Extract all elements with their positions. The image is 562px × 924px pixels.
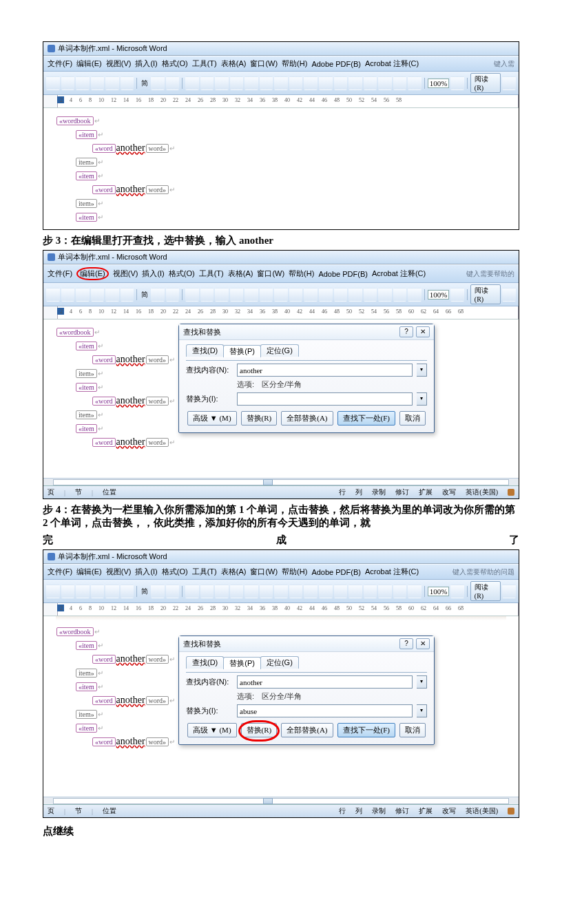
toolbar-button[interactable] [105,76,119,90]
toolbar-button[interactable] [200,76,214,90]
tag-wordbook: wordbook [63,117,91,125]
find-next-button[interactable]: 查找下一处(F) [337,411,395,426]
statusbar: 页| 节| 位置 行 列 录制修订扩展改写 英语(美国) [43,804,519,817]
toolbar-button[interactable] [274,76,288,90]
dropdown-icon[interactable]: ▾ [417,675,427,689]
toolbar-button[interactable] [46,76,60,90]
toolbar-button[interactable] [260,76,273,90]
cancel-button[interactable]: 取消 [399,723,426,737]
dialog-titlebar[interactable]: 查找和替换 ?✕ [179,636,434,652]
toolbar-button[interactable] [151,76,165,90]
toolbar-button[interactable] [408,76,422,90]
menu-window[interactable]: 窗口(W) [250,59,278,69]
tag-word-close: word [149,145,163,152]
find-replace-dialog[interactable]: 查找和替换 ?✕ 查找(D) 替换(P) 定位(G) 查找内容(N): anot… [178,636,435,745]
toolbar-button[interactable] [185,76,199,90]
menu-view[interactable]: 视图(V) [106,59,132,69]
tab-replace[interactable]: 替换(P) [223,657,261,669]
zoom-combo[interactable]: 100% [428,78,450,88]
tab-find[interactable]: 查找(D) [186,656,224,669]
menu-tools[interactable]: 工具(T) [192,59,217,69]
toolbar-button[interactable] [91,76,105,90]
titlebar: 单词本制作.xml - Microsoft Word [43,550,519,564]
menubar[interactable]: 文件(F) 编辑(E) 视图(V) 插入(I) 格式(O) 工具(T) 表格(A… [43,264,519,283]
menu-format[interactable]: 格式(O) [162,59,188,69]
document-area[interactable]: «wordbook↵ «item↵ «wordanotherword»↵ ite… [43,616,519,797]
menu-table[interactable]: 表格(A) [221,59,247,69]
find-input[interactable]: another [237,675,413,689]
close-icon[interactable]: ✕ [416,326,430,337]
toolbar-button[interactable] [289,76,303,90]
toolbar-button[interactable] [348,76,362,90]
ruler[interactable]: 2468101214161820222426283032343638404244… [43,306,519,319]
menubar[interactable]: 文件(F) 编辑(E) 视图(V) 插入(I) 格式(O) 工具(T) 表格(A… [43,56,519,72]
tag-item: item [82,131,94,138]
dropdown-icon[interactable]: ▾ [417,392,427,406]
toolbar-button[interactable] [166,76,180,90]
toolbar-button[interactable] [334,76,348,90]
tab-goto[interactable]: 定位(G) [260,344,299,357]
menu-help[interactable]: 帮助(H) [282,59,307,69]
ruler[interactable]: 2468101214161820222426283032343638404244… [43,603,519,616]
toolbar-button[interactable] [230,76,244,90]
cancel-button[interactable]: 取消 [399,411,426,426]
toolbar-button[interactable] [502,76,516,90]
toolbar: 简 100% 阅读(R) [43,580,519,603]
tab-goto[interactable]: 定位(G) [260,656,299,669]
toolbar-button[interactable] [393,76,407,90]
toolbar-button[interactable] [319,76,333,90]
replace-input[interactable]: abuse [237,704,413,717]
toolbar-button[interactable] [215,76,229,90]
help-icon[interactable]: ? [399,638,413,649]
separator [182,78,183,89]
toolbar-button[interactable] [244,76,258,90]
hscroll[interactable] [43,797,519,804]
document-area[interactable]: «wordbook↵ «item↵ «wordanotherword»↵ ite… [43,319,519,478]
menubar[interactable]: 文件(F) 编辑(E) 视图(V) 插入(I) 格式(O) 工具(T) 表格(A… [43,564,519,580]
replace-button[interactable]: 替换(R) [241,411,278,426]
menu-insert[interactable]: 插入(I) [135,59,157,69]
help-icon[interactable]: ? [399,326,413,337]
tag-word: word [98,145,113,152]
toolbar-button[interactable] [76,76,90,90]
step-3-text: 步 3：在编辑里打开查找，选中替换，输入 another [43,234,519,247]
menu-edit[interactable]: 编辑(E) [76,59,102,69]
toolbar-button[interactable] [304,76,318,90]
menu-edit-circled[interactable]: 编辑(E) [76,267,109,280]
ruler[interactable]: 2468101214161820222426283032343638404244… [43,95,519,108]
more-button[interactable]: 高级 ▼ (M) [187,723,237,737]
tab-find[interactable]: 查找(D) [186,344,224,357]
replace-all-button[interactable]: 全部替换(A) [281,411,333,426]
simple-btn[interactable]: 简 [140,78,149,88]
more-button[interactable]: 高级 ▼ (M) [187,411,237,426]
close-icon[interactable]: ✕ [416,638,430,649]
hscroll[interactable] [43,478,519,485]
separator [424,78,425,89]
replace-all-button[interactable]: 全部替换(A) [281,723,333,737]
menu-file[interactable]: 文件(F) [48,269,72,279]
replace-button-circled[interactable]: 替换(R) [241,723,278,737]
read-button[interactable]: 阅读(R) [470,73,501,93]
find-next-button[interactable]: 查找下一处(F) [337,723,395,737]
toolbar-button[interactable] [450,76,464,90]
replace-input[interactable] [237,392,413,406]
dialog-titlebar[interactable]: 查找和替换 ?✕ [179,324,434,340]
help-hint[interactable]: 键入需 [494,59,514,69]
toolbar-button[interactable] [378,76,392,90]
dialog-tabs: 查找(D) 替换(P) 定位(G) [186,344,427,357]
dropdown-icon[interactable]: ▾ [417,364,427,377]
tab-replace[interactable]: 替换(P) [223,345,261,357]
toolbar-button[interactable] [364,76,377,90]
tag-item-close: item [79,158,91,166]
menu-pdf[interactable]: Adobe PDF(B) [311,60,361,68]
dropdown-icon[interactable]: ▾ [417,704,427,717]
scroll-thumb[interactable] [263,479,273,485]
scroll-thumb[interactable] [263,798,273,804]
find-input[interactable]: another [237,364,413,377]
find-replace-dialog[interactable]: 查找和替换 ?✕ 查找(D) 替换(P) 定位(G) 查找内容(N): anot… [178,324,435,433]
menu-acrobat[interactable]: Acrobat 注释(C) [365,59,419,69]
toolbar-button[interactable] [121,76,134,90]
toolbar-button[interactable] [61,76,75,90]
document-area[interactable]: «wordbook↵ «item↵ «wordanotherword»↵ ite… [43,108,519,229]
menu-file[interactable]: 文件(F) [48,59,72,69]
